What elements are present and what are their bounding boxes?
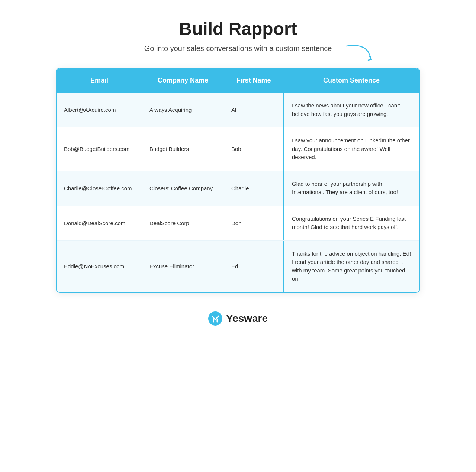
table-row: Albert@AAcuire.com Always Acquiring Al I… xyxy=(57,93,419,127)
cell-company-1: Budget Builders xyxy=(142,127,224,171)
table-row: Charlie@CloserCoffee.com Closers' Coffee… xyxy=(57,171,419,206)
yesware-logo-icon xyxy=(208,311,222,326)
data-table: Email Company Name First Name Custom Sen… xyxy=(56,68,420,293)
cell-company-2: Closers' Coffee Company xyxy=(142,171,224,206)
cell-company-4: Excuse Eliminator xyxy=(142,241,224,292)
cell-email-1: Bob@BudgetBuilders.com xyxy=(57,127,142,171)
table-body: Albert@AAcuire.com Always Acquiring Al I… xyxy=(57,93,419,292)
col-company: Company Name xyxy=(142,68,224,93)
svg-point-0 xyxy=(208,311,222,326)
cell-sentence-2: Glad to hear of your partnership with In… xyxy=(283,171,419,206)
arrow-icon xyxy=(343,42,376,65)
cell-sentence-0: I saw the news about your new office - c… xyxy=(283,93,419,127)
table-row: Bob@BudgetBuilders.com Budget Builders B… xyxy=(57,127,419,171)
col-email: Email xyxy=(57,68,142,93)
cell-sentence-3: Congratulations on your Series E Funding… xyxy=(283,206,419,240)
table-row: Donald@DealScore.com DealScore Corp. Don… xyxy=(57,206,419,241)
cell-company-0: Always Acquiring xyxy=(142,93,224,127)
cell-firstname-3: Don xyxy=(224,206,283,240)
cell-email-3: Donald@DealScore.com xyxy=(57,206,142,240)
cell-company-3: DealScore Corp. xyxy=(142,206,224,240)
cell-firstname-4: Ed xyxy=(224,241,283,292)
table-row: Eddie@NoExcuses.com Excuse Eliminator Ed… xyxy=(57,241,419,292)
yesware-brand-text: Yesware xyxy=(226,313,268,324)
footer-logo: Yesware xyxy=(208,311,268,326)
cell-sentence-1: I saw your announcement on LinkedIn the … xyxy=(283,127,419,171)
cell-email-0: Albert@AAcuire.com xyxy=(57,93,142,127)
cell-firstname-0: Al xyxy=(224,93,283,127)
table-header: Email Company Name First Name Custom Sen… xyxy=(57,68,419,93)
cell-firstname-1: Bob xyxy=(224,127,283,171)
col-firstname: First Name xyxy=(224,68,283,93)
page-title: Build Rapport xyxy=(179,19,297,39)
arrow-container xyxy=(343,42,376,66)
cell-email-4: Eddie@NoExcuses.com xyxy=(57,241,142,292)
cell-sentence-4: Thanks for the advice on objection handl… xyxy=(283,241,419,292)
subtitle-row: Go into your sales conversations with a … xyxy=(144,44,332,53)
page-wrapper: Build Rapport Go into your sales convers… xyxy=(33,0,443,348)
cell-email-2: Charlie@CloserCoffee.com xyxy=(57,171,142,206)
cell-firstname-2: Charlie xyxy=(224,171,283,206)
subtitle-text: Go into your sales conversations with a … xyxy=(144,44,332,53)
col-sentence: Custom Sentence xyxy=(283,68,419,93)
